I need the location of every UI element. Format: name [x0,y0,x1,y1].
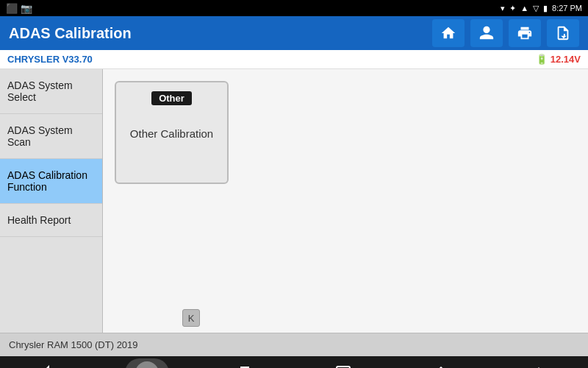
print-button[interactable] [509,19,541,47]
sidebar-item-adas-system-select[interactable]: ADAS System Select [0,69,102,114]
nav-return-button[interactable] [517,358,561,368]
signal-icon: ▲ [520,4,528,13]
battery-display: 🔋 12.14V [536,54,581,65]
app-icon-2: 📷 [21,3,32,14]
time-display: 8:27 PM [552,4,582,13]
export-button[interactable] [547,19,579,47]
collapse-button[interactable]: K [182,309,200,327]
app-icon-1: ⬛ [6,3,18,14]
sidebar-item-adas-calibration-function[interactable]: ADAS Calibration Function [0,159,102,204]
camera-icon [135,361,159,368]
nav-square-button[interactable] [321,358,365,368]
bottom-nav [0,356,588,368]
subtitle-bar: CHRYSLER V33.70 🔋 12.14V [0,50,588,69]
header-icons [432,19,579,47]
status-right: ▾ ✦ ▲ ▽ ▮ 8:27 PM [501,4,582,13]
battery-icon: 🔋 [536,54,548,65]
card-tag: Other [151,91,192,105]
wifi-icon: ▽ [533,4,539,13]
header-bar: ADAS Calibration [0,16,588,50]
sidebar: ADAS System Select ADAS System Scan ADAS… [0,69,103,333]
card-label: Other Calibration [130,127,213,140]
voltage-label: 12.14V [551,54,581,65]
content-area: Other Other Calibration K [103,69,588,333]
user-button[interactable] [470,19,503,47]
vehicle-label: Chrysler RAM 1500 (DT) 2019 [9,339,138,350]
bluetooth-icon: ✦ [509,4,516,13]
nav-home-button[interactable] [419,358,463,368]
nav-back-button[interactable] [27,358,71,368]
location-icon: ▾ [501,4,505,13]
sidebar-item-adas-system-scan[interactable]: ADAS System Scan [0,114,102,159]
app-title: ADAS Calibration [9,25,132,42]
status-bar: ⬛ 📷 ▾ ✦ ▲ ▽ ▮ 8:27 PM [0,0,588,16]
status-left: ⬛ 📷 [6,3,32,14]
main-content: ADAS System Select ADAS System Scan ADAS… [0,69,588,333]
nav-print-button[interactable] [223,358,267,368]
home-button[interactable] [432,19,465,47]
battery-status-icon: ▮ [543,4,548,13]
footer-bar: Chrysler RAM 1500 (DT) 2019 [0,333,588,356]
sidebar-item-health-report[interactable]: Health Report [0,204,102,237]
other-calibration-card[interactable]: Other Other Calibration [115,81,229,184]
sidebar-spacer [0,237,102,333]
version-label: CHRYSLER V33.70 [7,54,93,65]
nav-camera-button[interactable] [125,358,169,368]
